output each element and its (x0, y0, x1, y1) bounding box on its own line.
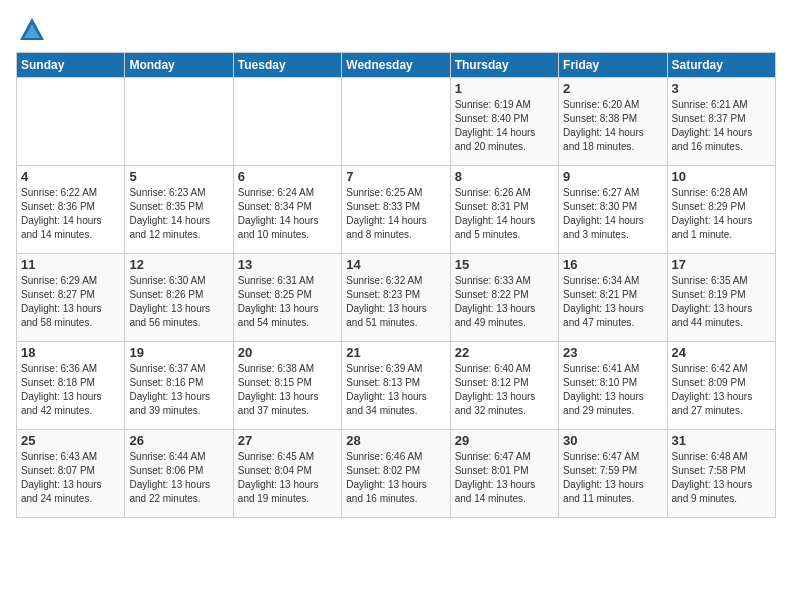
day-info: Sunrise: 6:32 AM Sunset: 8:23 PM Dayligh… (346, 274, 445, 330)
calendar-cell: 29Sunrise: 6:47 AM Sunset: 8:01 PM Dayli… (450, 430, 558, 518)
day-header-friday: Friday (559, 53, 667, 78)
day-number: 10 (672, 169, 771, 184)
calendar-cell: 16Sunrise: 6:34 AM Sunset: 8:21 PM Dayli… (559, 254, 667, 342)
calendar-cell (233, 78, 341, 166)
day-number: 3 (672, 81, 771, 96)
day-info: Sunrise: 6:39 AM Sunset: 8:13 PM Dayligh… (346, 362, 445, 418)
day-number: 11 (21, 257, 120, 272)
day-number: 24 (672, 345, 771, 360)
day-info: Sunrise: 6:25 AM Sunset: 8:33 PM Dayligh… (346, 186, 445, 242)
calendar-cell (17, 78, 125, 166)
day-info: Sunrise: 6:46 AM Sunset: 8:02 PM Dayligh… (346, 450, 445, 506)
calendar-cell: 31Sunrise: 6:48 AM Sunset: 7:58 PM Dayli… (667, 430, 775, 518)
day-number: 21 (346, 345, 445, 360)
day-info: Sunrise: 6:45 AM Sunset: 8:04 PM Dayligh… (238, 450, 337, 506)
logo (16, 16, 46, 44)
calendar-cell (125, 78, 233, 166)
calendar-cell: 20Sunrise: 6:38 AM Sunset: 8:15 PM Dayli… (233, 342, 341, 430)
calendar-cell: 15Sunrise: 6:33 AM Sunset: 8:22 PM Dayli… (450, 254, 558, 342)
day-info: Sunrise: 6:34 AM Sunset: 8:21 PM Dayligh… (563, 274, 662, 330)
day-info: Sunrise: 6:24 AM Sunset: 8:34 PM Dayligh… (238, 186, 337, 242)
day-info: Sunrise: 6:22 AM Sunset: 8:36 PM Dayligh… (21, 186, 120, 242)
calendar-cell: 25Sunrise: 6:43 AM Sunset: 8:07 PM Dayli… (17, 430, 125, 518)
calendar-cell: 21Sunrise: 6:39 AM Sunset: 8:13 PM Dayli… (342, 342, 450, 430)
calendar-table: SundayMondayTuesdayWednesdayThursdayFrid… (16, 52, 776, 518)
day-number: 31 (672, 433, 771, 448)
calendar-cell: 12Sunrise: 6:30 AM Sunset: 8:26 PM Dayli… (125, 254, 233, 342)
day-info: Sunrise: 6:29 AM Sunset: 8:27 PM Dayligh… (21, 274, 120, 330)
calendar-cell: 18Sunrise: 6:36 AM Sunset: 8:18 PM Dayli… (17, 342, 125, 430)
day-number: 28 (346, 433, 445, 448)
day-number: 30 (563, 433, 662, 448)
day-number: 17 (672, 257, 771, 272)
header-row: SundayMondayTuesdayWednesdayThursdayFrid… (17, 53, 776, 78)
week-row-4: 18Sunrise: 6:36 AM Sunset: 8:18 PM Dayli… (17, 342, 776, 430)
day-number: 6 (238, 169, 337, 184)
week-row-3: 11Sunrise: 6:29 AM Sunset: 8:27 PM Dayli… (17, 254, 776, 342)
day-info: Sunrise: 6:26 AM Sunset: 8:31 PM Dayligh… (455, 186, 554, 242)
day-info: Sunrise: 6:21 AM Sunset: 8:37 PM Dayligh… (672, 98, 771, 154)
day-info: Sunrise: 6:36 AM Sunset: 8:18 PM Dayligh… (21, 362, 120, 418)
day-info: Sunrise: 6:43 AM Sunset: 8:07 PM Dayligh… (21, 450, 120, 506)
day-header-wednesday: Wednesday (342, 53, 450, 78)
calendar-cell: 22Sunrise: 6:40 AM Sunset: 8:12 PM Dayli… (450, 342, 558, 430)
day-number: 29 (455, 433, 554, 448)
calendar-cell: 19Sunrise: 6:37 AM Sunset: 8:16 PM Dayli… (125, 342, 233, 430)
day-info: Sunrise: 6:44 AM Sunset: 8:06 PM Dayligh… (129, 450, 228, 506)
day-info: Sunrise: 6:38 AM Sunset: 8:15 PM Dayligh… (238, 362, 337, 418)
calendar-cell: 30Sunrise: 6:47 AM Sunset: 7:59 PM Dayli… (559, 430, 667, 518)
day-info: Sunrise: 6:30 AM Sunset: 8:26 PM Dayligh… (129, 274, 228, 330)
calendar-cell: 9Sunrise: 6:27 AM Sunset: 8:30 PM Daylig… (559, 166, 667, 254)
day-header-saturday: Saturday (667, 53, 775, 78)
day-number: 12 (129, 257, 228, 272)
day-info: Sunrise: 6:23 AM Sunset: 8:35 PM Dayligh… (129, 186, 228, 242)
calendar-cell: 24Sunrise: 6:42 AM Sunset: 8:09 PM Dayli… (667, 342, 775, 430)
calendar-cell: 8Sunrise: 6:26 AM Sunset: 8:31 PM Daylig… (450, 166, 558, 254)
day-info: Sunrise: 6:27 AM Sunset: 8:30 PM Dayligh… (563, 186, 662, 242)
calendar-cell: 23Sunrise: 6:41 AM Sunset: 8:10 PM Dayli… (559, 342, 667, 430)
day-header-thursday: Thursday (450, 53, 558, 78)
logo-icon (18, 16, 46, 44)
day-info: Sunrise: 6:47 AM Sunset: 7:59 PM Dayligh… (563, 450, 662, 506)
week-row-5: 25Sunrise: 6:43 AM Sunset: 8:07 PM Dayli… (17, 430, 776, 518)
calendar-cell: 13Sunrise: 6:31 AM Sunset: 8:25 PM Dayli… (233, 254, 341, 342)
day-number: 27 (238, 433, 337, 448)
day-info: Sunrise: 6:20 AM Sunset: 8:38 PM Dayligh… (563, 98, 662, 154)
calendar-cell: 14Sunrise: 6:32 AM Sunset: 8:23 PM Dayli… (342, 254, 450, 342)
day-info: Sunrise: 6:48 AM Sunset: 7:58 PM Dayligh… (672, 450, 771, 506)
calendar-cell: 28Sunrise: 6:46 AM Sunset: 8:02 PM Dayli… (342, 430, 450, 518)
day-number: 1 (455, 81, 554, 96)
day-number: 16 (563, 257, 662, 272)
calendar-cell: 26Sunrise: 6:44 AM Sunset: 8:06 PM Dayli… (125, 430, 233, 518)
calendar-cell: 2Sunrise: 6:20 AM Sunset: 8:38 PM Daylig… (559, 78, 667, 166)
day-header-tuesday: Tuesday (233, 53, 341, 78)
day-number: 7 (346, 169, 445, 184)
day-number: 9 (563, 169, 662, 184)
calendar-cell: 4Sunrise: 6:22 AM Sunset: 8:36 PM Daylig… (17, 166, 125, 254)
day-header-monday: Monday (125, 53, 233, 78)
calendar-cell: 11Sunrise: 6:29 AM Sunset: 8:27 PM Dayli… (17, 254, 125, 342)
calendar-cell: 1Sunrise: 6:19 AM Sunset: 8:40 PM Daylig… (450, 78, 558, 166)
day-info: Sunrise: 6:19 AM Sunset: 8:40 PM Dayligh… (455, 98, 554, 154)
day-info: Sunrise: 6:37 AM Sunset: 8:16 PM Dayligh… (129, 362, 228, 418)
day-number: 13 (238, 257, 337, 272)
calendar-cell: 10Sunrise: 6:28 AM Sunset: 8:29 PM Dayli… (667, 166, 775, 254)
day-info: Sunrise: 6:35 AM Sunset: 8:19 PM Dayligh… (672, 274, 771, 330)
calendar-cell: 3Sunrise: 6:21 AM Sunset: 8:37 PM Daylig… (667, 78, 775, 166)
day-number: 25 (21, 433, 120, 448)
calendar-cell: 7Sunrise: 6:25 AM Sunset: 8:33 PM Daylig… (342, 166, 450, 254)
day-header-sunday: Sunday (17, 53, 125, 78)
day-number: 22 (455, 345, 554, 360)
day-info: Sunrise: 6:41 AM Sunset: 8:10 PM Dayligh… (563, 362, 662, 418)
calendar-cell: 17Sunrise: 6:35 AM Sunset: 8:19 PM Dayli… (667, 254, 775, 342)
day-number: 18 (21, 345, 120, 360)
day-info: Sunrise: 6:42 AM Sunset: 8:09 PM Dayligh… (672, 362, 771, 418)
day-number: 5 (129, 169, 228, 184)
calendar-cell (342, 78, 450, 166)
calendar-cell: 5Sunrise: 6:23 AM Sunset: 8:35 PM Daylig… (125, 166, 233, 254)
day-number: 15 (455, 257, 554, 272)
day-number: 8 (455, 169, 554, 184)
day-info: Sunrise: 6:40 AM Sunset: 8:12 PM Dayligh… (455, 362, 554, 418)
day-number: 19 (129, 345, 228, 360)
day-info: Sunrise: 6:31 AM Sunset: 8:25 PM Dayligh… (238, 274, 337, 330)
